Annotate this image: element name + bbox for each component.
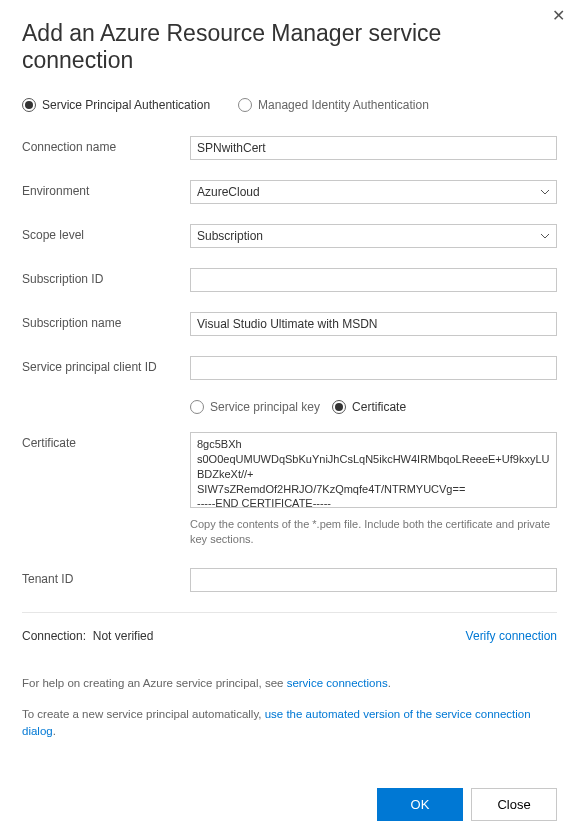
divider xyxy=(22,612,557,613)
connection-status: Connection: Not verified xyxy=(22,629,153,643)
sp-client-id-label: Service principal client ID xyxy=(22,356,190,374)
environment-label: Environment xyxy=(22,180,190,198)
subscription-name-input[interactable] xyxy=(190,312,557,336)
dialog-title: Add an Azure Resource Manager service co… xyxy=(22,20,557,74)
subscription-id-input[interactable] xyxy=(190,268,557,292)
tenant-id-input[interactable] xyxy=(190,568,557,592)
help-line-2: To create a new service principal automa… xyxy=(22,706,557,741)
verify-connection-link[interactable]: Verify connection xyxy=(466,629,557,643)
service-connections-link[interactable]: service connections xyxy=(287,677,388,689)
radio-dot-icon xyxy=(190,400,204,414)
auth-radio-sp-label: Service Principal Authentication xyxy=(42,98,210,112)
tenant-id-label: Tenant ID xyxy=(22,568,190,586)
scope-level-select[interactable] xyxy=(190,224,557,248)
certificate-help-text: Copy the contents of the *.pem file. Inc… xyxy=(190,517,557,548)
connection-status-value: Not verified xyxy=(93,629,154,643)
sp-client-id-input[interactable] xyxy=(190,356,557,380)
credential-radio-key[interactable]: Service principal key xyxy=(190,400,320,414)
scope-level-label: Scope level xyxy=(22,224,190,242)
credential-radio-certificate[interactable]: Certificate xyxy=(332,400,406,414)
connection-name-input[interactable] xyxy=(190,136,557,160)
connection-name-label: Connection name xyxy=(22,136,190,154)
radio-dot-icon xyxy=(332,400,346,414)
environment-select[interactable] xyxy=(190,180,557,204)
auth-radio-managed-identity[interactable]: Managed Identity Authentication xyxy=(238,98,429,112)
certificate-label: Certificate xyxy=(22,432,190,450)
radio-dot-icon xyxy=(238,98,252,112)
auth-radio-service-principal[interactable]: Service Principal Authentication xyxy=(22,98,210,112)
help-line-1: For help on creating an Azure service pr… xyxy=(22,675,557,692)
connection-status-label: Connection: xyxy=(22,629,86,643)
auth-radio-mi-label: Managed Identity Authentication xyxy=(258,98,429,112)
ok-button[interactable]: OK xyxy=(377,788,463,821)
subscription-name-label: Subscription name xyxy=(22,312,190,330)
credential-radio-key-label: Service principal key xyxy=(210,400,320,414)
subscription-id-label: Subscription ID xyxy=(22,268,190,286)
radio-dot-icon xyxy=(22,98,36,112)
close-icon[interactable]: ✕ xyxy=(552,8,565,24)
credential-radio-cert-label: Certificate xyxy=(352,400,406,414)
certificate-textarea[interactable] xyxy=(190,432,557,508)
close-button[interactable]: Close xyxy=(471,788,557,821)
